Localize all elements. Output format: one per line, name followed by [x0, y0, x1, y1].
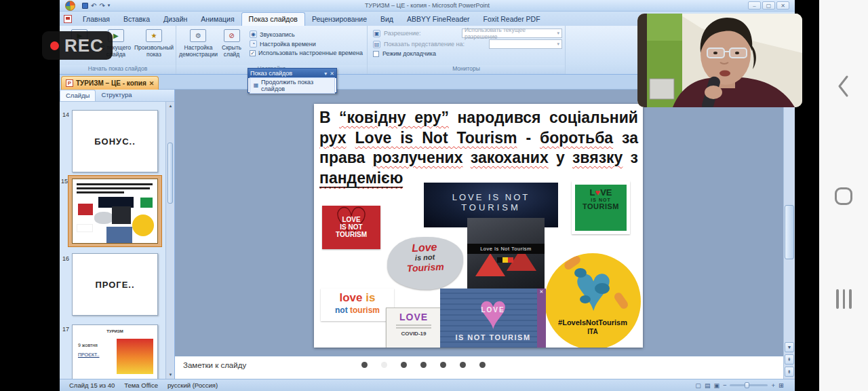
slide-text-segment: В	[319, 109, 339, 126]
checkbox-checked-icon: ✓	[250, 50, 256, 56]
chevron-down-icon[interactable]: ▾	[324, 71, 327, 77]
qat-dropdown-icon[interactable]: ▾	[108, 3, 111, 8]
tab-slideshow[interactable]: Показ слайдов	[241, 12, 305, 26]
window-title: ТУРИЗМ – ЦЕ - копия - Microsoft PowerPoi…	[365, 2, 490, 9]
page-dot[interactable]	[460, 362, 466, 368]
tab-view[interactable]: Вид	[374, 13, 400, 26]
page-dot[interactable]	[479, 362, 486, 368]
slide-text-segment: закоханих	[471, 149, 549, 166]
restore-button[interactable]: ▢	[762, 1, 775, 10]
slide-thumbnail-17[interactable]: ТУРИЗМ 9 жовтня ПРОЄКТ..	[72, 324, 158, 379]
slide-scrollbar[interactable]: ▲ ▼ ⇞ ⇟	[783, 90, 795, 379]
slide-number: 15	[61, 178, 68, 185]
office-button[interactable]	[65, 1, 75, 11]
scrollbar-thumb[interactable]	[785, 205, 794, 259]
document-tab[interactable]: P ТУРИЗМ – ЦЕ - копия ✕	[61, 76, 159, 90]
close-icon[interactable]: ✕	[149, 80, 155, 87]
tab-animation[interactable]: Анимация	[194, 13, 241, 26]
presenter-view-label: Режим докладчика	[382, 50, 436, 57]
collage-photo: Love Is Not Tourism	[467, 218, 545, 293]
undo-icon[interactable]: ↶	[91, 2, 96, 10]
zoom-in-button[interactable]: +	[771, 381, 775, 389]
record-narration-label: Звукозапись	[260, 31, 295, 38]
fit-to-window-button[interactable]: ⊞	[778, 381, 784, 389]
close-icon[interactable]: ✕	[330, 71, 334, 77]
page-dot[interactable]	[361, 362, 368, 368]
tab-foxit[interactable]: Foxit Reader PDF	[477, 13, 547, 26]
continue-slideshow-item[interactable]: ▦ Продолжить показ слайдов	[250, 77, 335, 94]
zoom-slider[interactable]	[730, 384, 768, 386]
page-dot-active[interactable]	[381, 362, 387, 368]
badge-hashtag: #LoveIsNotTourism	[545, 318, 641, 327]
zoom-slider-thumb[interactable]	[745, 382, 749, 388]
photo-caption: Love Is Not Tourism	[467, 244, 545, 254]
slide-canvas[interactable]: В “ковідну еру” народився соціальний рух…	[314, 104, 643, 348]
slide-edit-area: В “ковідну еру” народився соціальний рух…	[175, 90, 783, 356]
home-icon[interactable]	[835, 187, 852, 205]
rehearse-timings-button[interactable]: ◔ Настройка времени	[250, 40, 363, 48]
use-timings-label: Использовать настроенные времена	[258, 50, 363, 56]
webcam-video[interactable]	[637, 14, 802, 107]
rehearse-timings-label: Настройка времени	[260, 41, 316, 48]
slide-text-segment: боротьба	[540, 129, 613, 147]
slide-text-segment: народився соціальний	[449, 109, 638, 126]
minimize-button[interactable]: –	[748, 1, 761, 10]
recording-label: REC	[64, 35, 104, 56]
show-on-select[interactable]: ▾	[489, 39, 562, 49]
recents-icon[interactable]	[836, 289, 852, 309]
green-text: TOURISM	[575, 202, 627, 210]
collage-world-map-sticker: Love is not Tourism	[386, 235, 465, 292]
zoom-out-button[interactable]: −	[723, 381, 727, 389]
clock-icon: ◔	[250, 40, 257, 48]
slide-thumbnail-15-selected[interactable]	[68, 175, 162, 247]
status-language[interactable]: русский (Россия)	[167, 381, 218, 389]
record-narration-button[interactable]: ◉ Звукозапись	[250, 31, 363, 38]
tab-slides-thumbnails[interactable]: Слайды	[60, 90, 96, 101]
hide-slide-button[interactable]: ⊘ Скрыть слайд	[218, 27, 245, 58]
presenter-view-checkbox[interactable]	[373, 51, 379, 57]
group-label: Начать показ слайдов	[60, 65, 176, 74]
slide-text-segment: за	[613, 129, 638, 147]
redo-icon[interactable]: ↷	[99, 2, 104, 10]
slide-thumbnail-16[interactable]: ПРОГЕ..	[72, 253, 158, 316]
tab-insert[interactable]: Вставка	[117, 13, 157, 26]
slide-number: 14	[62, 111, 69, 118]
chevron-down-icon: ▾	[557, 41, 559, 47]
slide-text-segment: з	[623, 149, 638, 166]
slideshow-view-button[interactable]: ▣	[713, 382, 719, 389]
pane-scrollbar[interactable]: ▲ ▼	[165, 102, 174, 379]
normal-view-button[interactable]: ▢	[695, 382, 701, 389]
hide-slide-icon: ⊘	[224, 29, 240, 42]
tab-home[interactable]: Главная	[76, 13, 117, 26]
scroll-up-icon[interactable]: ▲	[166, 102, 175, 110]
close-button[interactable]: ✕	[776, 1, 789, 10]
slide-thumbnail-14[interactable]: БОНУС..	[72, 110, 158, 172]
page-dot[interactable]	[420, 362, 427, 368]
tab-abbyy[interactable]: ABBYY FineReader	[400, 13, 477, 26]
group-setup: ⚙ Настройка демонстрации ⊘ Скрыть слайд …	[176, 26, 368, 74]
phone-nav-bar	[819, 0, 868, 391]
page-dot[interactable]	[401, 362, 407, 368]
setup-slideshow-label: Настройка демонстрации	[179, 44, 218, 58]
scroll-down-icon[interactable]: ▼	[785, 342, 794, 352]
tab-outline[interactable]: Структура	[96, 90, 137, 101]
scroll-down-icon[interactable]: ▼	[166, 371, 175, 379]
slide-text-segment: Love is Not Tourism	[355, 129, 517, 147]
powerpoint-file-icon: P	[66, 79, 73, 87]
save-icon[interactable]	[82, 3, 88, 9]
page-dot[interactable]	[440, 362, 446, 368]
tab-review[interactable]: Рецензирование	[305, 13, 374, 26]
use-timings-checkbox[interactable]: ✓ Использовать настроенные времена	[250, 50, 363, 56]
back-icon[interactable]	[836, 75, 851, 98]
resolution-select[interactable]: Использовать текущее разрешение ▾	[462, 29, 562, 38]
slide-sorter-view-button[interactable]: ▤	[705, 382, 711, 389]
scrollbar-thumb[interactable]	[167, 143, 173, 204]
banner-text: LOVE IS NOT	[424, 192, 558, 202]
slideshow-floating-toolbar: Показ слайдов ▾ ✕ ▦ Продолжить показ сла…	[248, 68, 337, 93]
custom-show-button[interactable]: ★ Произвольный показ	[135, 27, 173, 65]
rainbow-word: love	[340, 291, 363, 304]
group-monitors: ▣ Разрешение: Использовать текущее разре…	[368, 26, 566, 74]
tab-design[interactable]: Дизайн	[157, 13, 194, 26]
slide-text-segment: рух	[319, 129, 347, 147]
setup-slideshow-button[interactable]: ⚙ Настройка демонстрации	[179, 27, 218, 58]
